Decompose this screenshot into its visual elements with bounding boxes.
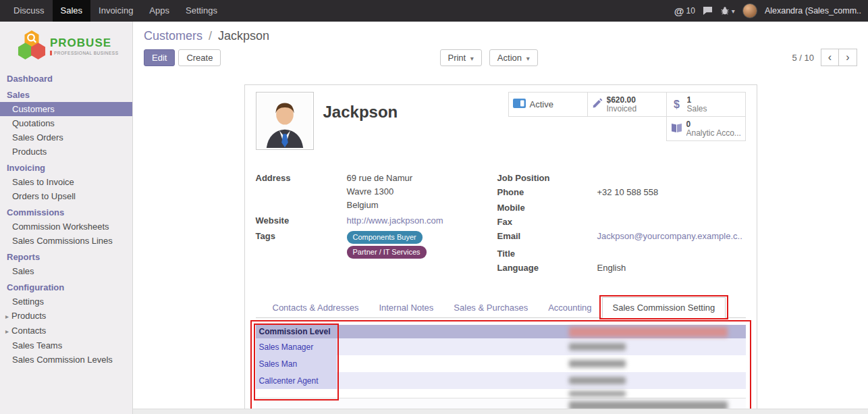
sidebar-item-label: Contacts [11,326,46,336]
tab-internal-notes[interactable]: Internal Notes [369,298,443,317]
tab-sales-commission-setting[interactable]: Sales Commission Setting [602,297,726,318]
sidebar-item-sales-to-invoice[interactable]: Sales to Invoice [0,175,132,189]
messages-icon[interactable] [703,6,713,16]
menu-sales[interactable]: Sales [53,0,91,22]
redacted-content [569,360,626,367]
active-stat-button[interactable]: Active [508,92,588,117]
edit-button[interactable]: Edit [144,49,175,66]
email-link[interactable]: Jackpson@yourcompany.example.c.. [597,231,742,242]
user-avatar[interactable] [742,3,757,18]
menu-invoicing[interactable]: Invoicing [90,0,141,22]
mention-count: 10 [686,6,695,16]
probuse-logo: PROBUSE PROFESSIONAL BUSINESS [0,22,132,70]
table-row[interactable]: Sales Manager [256,338,746,355]
sidebar-heading-reports[interactable]: Reports [0,248,132,264]
sidebar-heading-configuration[interactable]: Configuration [0,278,132,294]
phone-label: Phone [497,187,597,198]
commission-level-table: Commission Level Sales Manager Sales Man [256,325,746,409]
caret-down-icon: ▾ [732,7,735,15]
sidebar-item-sales-orders[interactable]: Sales Orders [0,130,132,145]
control-panel-buttons: Edit Create Print ▾ Action ▾ 5 / 10 ‹ [144,48,857,67]
sales-count-label: Sales [687,105,707,113]
logo-title: PROBUSE [50,37,119,49]
sidebar-heading-commissions[interactable]: Commissions [0,203,132,219]
sidebar-item-sales-teams[interactable]: Sales Teams [0,338,132,353]
print-label: Print [447,53,466,63]
menu-apps[interactable]: Apps [141,0,178,22]
create-button[interactable]: Create [178,49,221,66]
tag-components-buyer[interactable]: Components Buyer [347,231,423,244]
chevron-right-icon: ▸ [5,328,9,335]
mention-counter[interactable]: @ 10 [674,5,695,17]
sidebar-item-reports-sales[interactable]: Sales [0,264,132,278]
sidebar-item-label: Products [11,311,46,321]
sidebar-item-customers[interactable]: Customers [0,102,132,116]
pager-previous-button[interactable]: ‹ [821,49,839,66]
tab-accounting[interactable]: Accounting [538,298,601,317]
analytic-label: Analytic Acco... [686,129,741,138]
pager: 5 / 10 ‹ › [792,49,857,66]
menu-settings[interactable]: Settings [178,0,225,22]
sidebar-item-settings[interactable]: Settings [0,294,132,309]
phone-value[interactable]: +32 10 588 558 [597,187,659,198]
sidebar-item-commission-worksheets[interactable]: Commission Worksheets [0,219,132,234]
redacted-content [569,327,728,337]
action-dropdown-button[interactable]: Action ▾ [489,49,538,66]
breadcrumb-current: Jackpson [218,29,269,43]
customer-form-sheet: Jackpson Active [244,84,757,409]
topbar-right: @ 10 ▾ Alexandra (Sales_comm.. [674,3,868,18]
tab-contacts-addresses[interactable]: Contacts & Addresses [263,298,369,317]
topbar: Discuss Sales Invoicing Apps Settings @ … [0,0,868,22]
pager-next-button[interactable]: › [839,49,857,66]
sidebar: PROBUSE PROFESSIONAL BUSINESS Dashboard … [0,22,133,414]
caret-down-icon: ▾ [470,55,474,62]
sidebar-item-products[interactable]: Products [0,145,132,159]
language-value[interactable]: English [597,263,626,274]
sidebar-item-sales-commissions-lines[interactable]: Sales Commissions Lines [0,234,132,248]
menu-discuss[interactable]: Discuss [5,0,53,22]
chevron-right-icon: ▸ [5,313,9,320]
customer-photo[interactable] [256,92,314,150]
website-link[interactable]: http://www.jackpson.com [347,215,443,226]
action-label: Action [497,53,522,63]
table-row[interactable] [256,389,746,398]
analytic-accounts-stat-button[interactable]: 0 Analytic Acco... [666,116,746,141]
cell-commission-level: Sales Man [256,355,337,372]
sidebar-heading-dashboard[interactable]: Dashboard [0,70,132,86]
tag-partner-it-services[interactable]: Partner / IT Services [347,246,427,259]
tab-sales-purchases[interactable]: Sales & Purchases [443,298,538,317]
sidebar-item-config-contacts[interactable]: ▸Contacts [0,324,132,338]
sales-stat-button[interactable]: $ 1 Sales [666,92,746,117]
print-dropdown-button[interactable]: Print ▾ [439,49,481,66]
table-row[interactable]: Callcenter Agent [256,372,746,389]
fax-label: Fax [497,217,597,228]
redacted-content [569,343,626,351]
job-position-label: Job Position [497,173,597,184]
dollar-icon: $ [671,99,683,111]
debug-menu-button[interactable]: ▾ [720,6,735,16]
invoiced-stat-button[interactable]: $620.00 Invoiced [587,92,667,117]
sidebar-heading-sales[interactable]: Sales [0,86,132,102]
user-name[interactable]: Alexandra (Sales_comm.. [765,6,861,16]
table-row[interactable]: Sales Man [256,355,746,372]
address-line-2[interactable]: Wavre 1300 [347,186,413,197]
invoiced-value: $620.00 [607,96,637,105]
sidebar-heading-invoicing[interactable]: Invoicing [0,159,132,175]
active-label: Active [530,99,553,109]
breadcrumb-customers-link[interactable]: Customers [144,29,202,43]
sidebar-item-quotations[interactable]: Quotations [0,116,132,130]
pager-counter: 5 / 10 [792,53,814,63]
mobile-label: Mobile [497,203,597,213]
sidebar-item-sales-commission-levels[interactable]: Sales Commission Levels [0,353,132,367]
sidebar-item-config-products[interactable]: ▸Products [0,309,132,324]
column-header-commission-level[interactable]: Commission Level [256,325,337,338]
topbar-menus: Discuss Sales Invoicing Apps Settings [5,0,225,22]
logo-subtitle: PROFESSIONAL BUSINESS [50,51,119,55]
pencil-icon [592,98,603,111]
address-line-1[interactable]: 69 rue de Namur [347,173,413,184]
form-fields: Address 69 rue de Namur Wavre 1300 Belgi… [256,173,746,277]
address-line-3[interactable]: Belgium [347,200,413,211]
at-icon: @ [674,5,684,17]
sales-count-value: 1 [687,96,707,105]
sidebar-item-orders-to-upsell[interactable]: Orders to Upsell [0,189,132,203]
